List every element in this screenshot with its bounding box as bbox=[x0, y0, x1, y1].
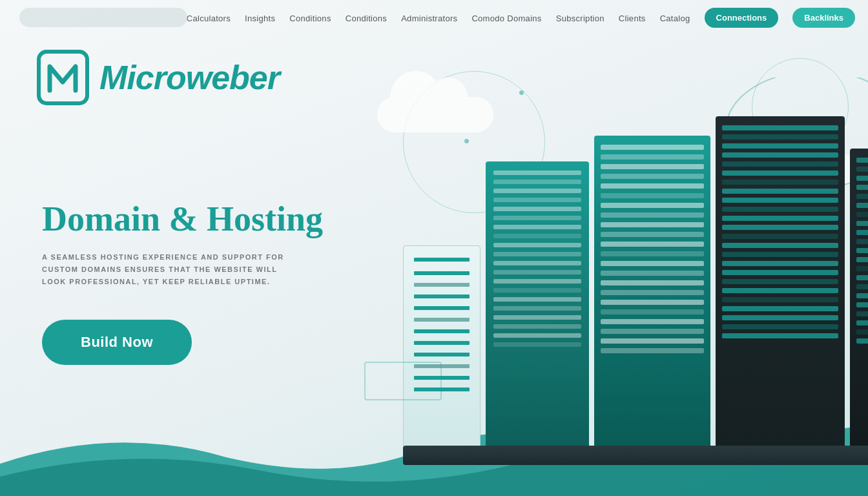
server-base bbox=[403, 446, 868, 465]
server-illustration: ⌐ bbox=[351, 39, 868, 478]
server-tower-4 bbox=[716, 116, 845, 452]
nav-item-calculators[interactable]: Calculators bbox=[187, 14, 231, 23]
hero-content: Domain & Hosting A SEAMLESS HOSTING EXPE… bbox=[42, 200, 323, 365]
desk-decoration bbox=[364, 362, 442, 400]
nav-item-administrators[interactable]: Administrators bbox=[401, 14, 457, 23]
servers-container bbox=[403, 116, 868, 452]
nav-item-clients[interactable]: Clients bbox=[619, 14, 646, 23]
nav-logo-blurb bbox=[19, 8, 187, 27]
hero-title: Domain & Hosting bbox=[42, 200, 323, 238]
nav-btn-backlinks[interactable]: Backlinks bbox=[792, 8, 855, 28]
nav-item-comodo[interactable]: Comodo Domains bbox=[471, 14, 541, 23]
nav-links: Calculators Insights Conditions Conditio… bbox=[187, 8, 855, 28]
microweber-logo-icon bbox=[36, 48, 90, 107]
build-now-button[interactable]: Build Now bbox=[42, 320, 192, 365]
corner-decoration: ⌐ bbox=[861, 335, 868, 349]
dot-decoration-2 bbox=[519, 90, 524, 95]
nav-item-conditions2[interactable]: Conditions bbox=[346, 14, 387, 23]
navbar: Calculators Insights Conditions Conditio… bbox=[0, 0, 868, 36]
nav-item-insights[interactable]: Insights bbox=[245, 14, 275, 23]
nav-item-catalog[interactable]: Catalog bbox=[660, 14, 690, 23]
nav-btn-connections[interactable]: Connections bbox=[705, 8, 779, 28]
logo-text: Microweber bbox=[99, 58, 280, 97]
nav-item-conditions1[interactable]: Conditions bbox=[289, 14, 331, 23]
server-tower-2 bbox=[486, 161, 589, 452]
hero-section: Calculators Insights Conditions Conditio… bbox=[0, 0, 868, 496]
server-tower-5 bbox=[850, 149, 868, 452]
svg-rect-0 bbox=[39, 52, 87, 103]
nav-item-subscription[interactable]: Subscription bbox=[556, 14, 604, 23]
logo-area: Microweber bbox=[36, 48, 280, 107]
server-tower-1 bbox=[403, 245, 480, 452]
hero-subtitle: A SEAMLESS HOSTING EXPERIENCE AND SUPPOR… bbox=[42, 251, 300, 287]
server-tower-3 bbox=[594, 136, 710, 452]
